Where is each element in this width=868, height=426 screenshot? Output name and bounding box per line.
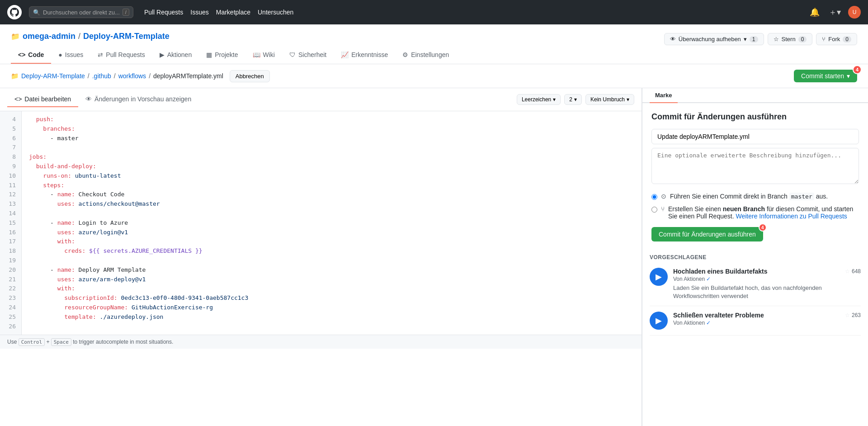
search-icon: 🔍: [33, 9, 40, 16]
star-icon-1: ☆: [845, 268, 850, 275]
ctrl-kbd: Control: [19, 338, 45, 346]
cancel-button[interactable]: Abbrechen: [230, 70, 270, 82]
search-placeholder: Durchsuchen oder direkt zu...: [43, 9, 120, 16]
spaces-value-select[interactable]: 2 ▾: [564, 94, 582, 105]
settings-icon: ⚙: [402, 51, 408, 58]
commit-top-label: Commit starten: [801, 72, 844, 80]
section-label: Vorgeschlagene: [650, 254, 861, 260]
radio-direct-input[interactable]: [651, 194, 657, 200]
mp-item-content-1: Hochladen eines Buildartefakts ☆ 648 Von…: [673, 268, 861, 300]
github-logo[interactable]: [7, 5, 22, 19]
breadcrumb-github[interactable]: .github: [92, 72, 111, 80]
tab-code[interactable]: <> Code: [11, 47, 51, 64]
tab-projects[interactable]: ▦ Projekte: [199, 47, 245, 64]
editor-area: <> Datei bearbeiten 👁 Änderungen in Vors…: [0, 88, 642, 426]
sep2: /: [114, 72, 116, 80]
issues-icon: ●: [58, 51, 62, 58]
tab-file-edit[interactable]: <> Datei bearbeiten: [7, 92, 78, 107]
wrap-select[interactable]: Kein Umbruch ▾: [585, 94, 634, 105]
breadcrumb-icon: 📁: [11, 72, 19, 80]
pr-icon: ⇄: [98, 51, 103, 58]
breadcrumb-workflows[interactable]: workflows: [118, 72, 146, 80]
nav-pull-requests[interactable]: Pull Requests: [144, 9, 183, 16]
nav-marketplace[interactable]: Marketplace: [216, 9, 250, 16]
separator: /: [78, 32, 80, 41]
add-button[interactable]: ＋▾: [827, 5, 843, 19]
breadcrumb-bar: 📁 Deploy-ARM-Template / .github / workfl…: [0, 64, 868, 88]
star-icon-2: ☆: [845, 312, 850, 318]
watch-button[interactable]: 👁 Überwachung aufheben ▾ 1: [664, 33, 764, 45]
commit-message-input[interactable]: [651, 129, 859, 144]
star-button[interactable]: ☆ Stern 0: [768, 33, 813, 45]
commit-top-button[interactable]: Commit starten ▾ 4: [794, 70, 857, 82]
code-content[interactable]: push: branches: - master jobs: build-and…: [22, 111, 642, 335]
marketplace-section: Vorgeschlagene ▶ Hochladen eines Buildar…: [642, 254, 868, 336]
repo-tabs: <> Code ● Issues ⇄ Pull Requests ▶ Aktio…: [11, 47, 857, 64]
mp-item-sub-1: Von Aktionen ✓: [673, 276, 861, 282]
marketplace-tabs: Marke: [642, 88, 868, 103]
mp-item-title-2[interactable]: Schließen veralteter Probleme: [673, 312, 764, 319]
commit-description-textarea[interactable]: [651, 148, 859, 184]
main-content: <> Datei bearbeiten 👁 Änderungen in Vors…: [0, 88, 868, 426]
tab-security[interactable]: 🛡 Sicherheit: [282, 47, 334, 64]
repo-actions: 👁 Überwachung aufheben ▾ 1 ☆ Stern 0 ⑂ F…: [664, 33, 857, 45]
tab-settings[interactable]: ⚙ Einstellungen: [395, 47, 456, 64]
tab-wiki[interactable]: 📖 Wiki: [245, 47, 282, 64]
tab-preview[interactable]: 👁 Änderungen in Vorschau anzeigen: [78, 92, 198, 107]
sep1: /: [88, 72, 90, 80]
commit-panel: Commit für Änderungen ausführen ⊙ Führen…: [642, 103, 868, 251]
branch-icon: ⑂: [661, 205, 665, 213]
tab-issues[interactable]: ● Issues: [51, 47, 90, 64]
fork-icon: ⑂: [822, 36, 826, 43]
mp-item-content-2: Schließen veralteter Probleme ☆ 263 Von …: [673, 312, 861, 326]
actions-icon: ▶: [160, 51, 165, 58]
star-label: Stern: [782, 36, 796, 43]
fork-button[interactable]: ⑂ Fork 0: [816, 33, 857, 45]
edit-icon: <>: [14, 95, 22, 103]
breadcrumb-repo[interactable]: Deploy-ARM-Template: [21, 72, 85, 80]
chevron-down-icon: ▾: [847, 72, 850, 80]
mp-item-title-1[interactable]: Hochladen eines Buildartefakts: [673, 268, 768, 275]
nav-right: 🔔 ＋▾ U: [808, 5, 861, 19]
chevron-wrap-icon: ▾: [627, 96, 629, 103]
security-icon: 🛡: [289, 51, 296, 58]
nav-links: Pull Requests Issues Marketplace Untersu…: [144, 9, 294, 16]
radio-new-branch-input[interactable]: [651, 207, 657, 213]
radio-new-branch-label: Erstellen Sie einen neuen Branch für die…: [668, 205, 859, 220]
nav-issues[interactable]: Issues: [190, 9, 208, 16]
repo-name-link[interactable]: Deploy-ARM-Template: [83, 32, 170, 41]
code-editor[interactable]: 4 5 6 7 8 9 10 11 12 13 14 15 16 17 18 1…: [0, 111, 642, 335]
breadcrumb-file: deployARMTemplate.yml: [153, 72, 223, 80]
notification-bell[interactable]: 🔔: [808, 5, 821, 19]
space-kbd: Space: [51, 338, 71, 346]
repo-title: 📁 omega-admin / Deploy-ARM-Template: [11, 32, 170, 41]
mp-item-icon-1: ▶: [650, 268, 668, 286]
search-shortcut: /: [123, 9, 129, 16]
editor-toolbar: <> Datei bearbeiten 👁 Änderungen in Vors…: [0, 88, 642, 111]
chevron-spaces-icon: ▾: [553, 96, 556, 103]
commit-badge-4: 4: [759, 223, 767, 232]
tab-pull-requests[interactable]: ⇄ Pull Requests: [90, 47, 152, 64]
spaces-select[interactable]: Leerzeichen ▾: [517, 94, 561, 105]
pr-info-link[interactable]: Weitere Informationen zu Pull Requests: [736, 213, 847, 220]
code-icon: <>: [18, 51, 25, 58]
search-box[interactable]: 🔍 Durchsuchen oder direkt zu... /: [29, 6, 133, 18]
commit-badge-1: 4: [853, 65, 862, 74]
radio-new-branch: ⑂ Erstellen Sie einen neuen Branch für d…: [651, 205, 859, 220]
avatar[interactable]: U: [848, 6, 861, 19]
editor-toolbar-right: Leerzeichen ▾ 2 ▾ Kein Umbruch ▾: [517, 94, 634, 105]
tab-marketplace[interactable]: Marke: [650, 88, 678, 103]
fork-label: Fork: [828, 36, 840, 43]
nav-untersuchen[interactable]: Untersuchen: [258, 9, 293, 16]
chevron-value-icon: ▾: [574, 96, 577, 103]
tab-actions[interactable]: ▶ Aktionen: [152, 47, 199, 64]
repo-owner-link[interactable]: omega-admin: [23, 32, 75, 41]
commit-submit-button[interactable]: Commit für Änderungen ausführen 4: [651, 227, 763, 241]
mp-item-desc-1: Laden Sie ein Buildartefakt hoch, das vo…: [673, 284, 861, 300]
line-numbers: 4 5 6 7 8 9 10 11 12 13 14 15 16 17 18 1…: [0, 111, 22, 335]
commit-panel-title: Commit für Änderungen ausführen: [651, 112, 859, 122]
branch-name: master: [789, 193, 814, 200]
mp-item-stars-1: ☆ 648: [845, 268, 861, 275]
verified-icon-2: ✓: [706, 320, 711, 326]
tab-insights[interactable]: 📈 Erkenntnisse: [334, 47, 395, 64]
